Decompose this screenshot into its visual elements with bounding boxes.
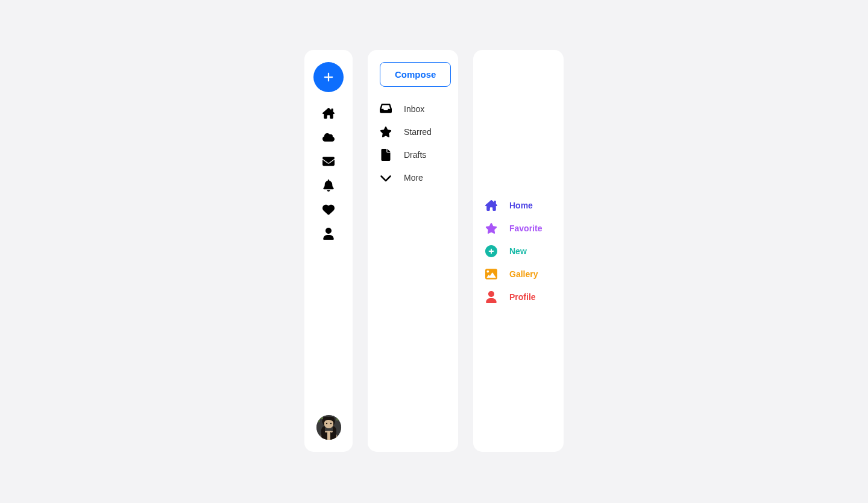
color-menu-list: Home Favorite New Gallery Profile — [485, 194, 552, 308]
inbox-icon — [380, 103, 392, 115]
compose-button[interactable]: Compose — [380, 62, 451, 87]
menu-inbox[interactable]: Inbox — [380, 98, 446, 120]
star-icon — [380, 126, 392, 138]
avatar-image — [316, 415, 341, 440]
user-icon — [485, 291, 497, 303]
svg-point-2 — [326, 423, 327, 424]
menu-profile[interactable]: Profile — [485, 286, 552, 308]
menu-favorite[interactable]: Favorite — [485, 217, 552, 240]
menu-label: New — [509, 246, 527, 256]
email-sidebar: Compose Inbox Starred Drafts More — [368, 50, 458, 452]
menu-more[interactable]: More — [380, 166, 446, 189]
menu-label: More — [404, 173, 423, 183]
sidebar-heart[interactable] — [316, 198, 341, 222]
menu-home[interactable]: Home — [485, 194, 552, 217]
add-button[interactable] — [313, 62, 344, 92]
icon-sidebar — [304, 50, 353, 452]
menu-new[interactable]: New — [485, 240, 552, 263]
menu-label: Starred — [404, 127, 432, 137]
sidebar-home[interactable] — [316, 101, 341, 125]
svg-rect-4 — [320, 416, 323, 419]
menu-drafts[interactable]: Drafts — [380, 143, 446, 166]
cloud-icon — [322, 131, 335, 143]
svg-rect-6 — [336, 417, 339, 420]
svg-point-3 — [330, 423, 331, 424]
menu-label: Gallery — [509, 269, 538, 279]
home-icon — [322, 107, 335, 119]
star-icon — [485, 222, 497, 234]
plus-circle-icon — [485, 245, 497, 257]
menu-label: Drafts — [404, 150, 426, 160]
user-icon — [322, 228, 335, 240]
menu-label: Favorite — [509, 223, 542, 233]
menu-label: Profile — [509, 292, 536, 302]
sidebar-user[interactable] — [316, 222, 341, 246]
avatar[interactable] — [316, 415, 341, 440]
sidebar-cloud[interactable] — [316, 125, 341, 149]
chevron-down-icon — [380, 172, 392, 184]
sidebar-envelope[interactable] — [316, 149, 341, 173]
file-icon — [380, 149, 392, 161]
home-icon — [485, 199, 497, 211]
menu-gallery[interactable]: Gallery — [485, 263, 552, 286]
sidebar-bell[interactable] — [316, 173, 341, 198]
envelope-icon — [322, 155, 335, 167]
email-menu-list: Inbox Starred Drafts More — [380, 98, 446, 189]
bell-icon — [322, 180, 335, 192]
heart-icon — [322, 204, 335, 216]
color-sidebar: Home Favorite New Gallery Profile — [473, 50, 564, 452]
plus-icon — [323, 72, 334, 83]
svg-rect-5 — [318, 420, 320, 422]
menu-label: Inbox — [404, 104, 424, 114]
image-icon — [485, 268, 497, 280]
icon-list — [316, 101, 341, 246]
menu-label: Home — [509, 201, 533, 210]
menu-starred[interactable]: Starred — [380, 120, 446, 143]
